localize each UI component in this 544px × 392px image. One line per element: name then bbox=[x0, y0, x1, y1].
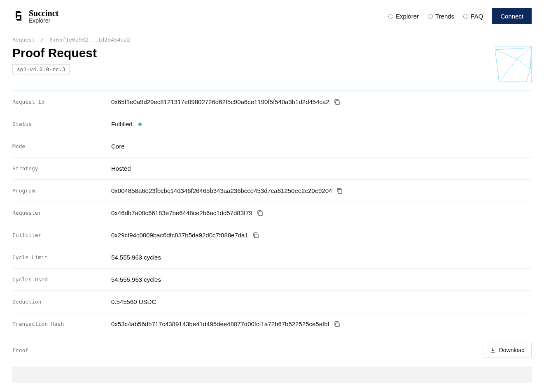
label-deduction: Deduction bbox=[12, 299, 111, 305]
label-tx-hash: Transaction Hash bbox=[12, 321, 111, 327]
label-strategy: Strategy bbox=[12, 165, 111, 172]
copy-icon[interactable] bbox=[336, 188, 343, 194]
svg-rect-9 bbox=[336, 323, 339, 327]
value-cycles-used: 54,555,963 cycles bbox=[111, 276, 161, 283]
download-label: Download bbox=[499, 347, 525, 353]
nav-trends[interactable]: Trends bbox=[428, 13, 454, 20]
svg-rect-7 bbox=[259, 212, 262, 216]
nav-label: Explorer bbox=[396, 13, 419, 20]
radio-icon bbox=[388, 14, 393, 19]
label-requester: Requester bbox=[12, 210, 111, 216]
row-request-id: Request Id 0x65f1e0a9d29ec8121317e098027… bbox=[12, 91, 532, 113]
row-cycles-used: Cycles Used 54,555,963 cycles bbox=[12, 269, 532, 291]
radio-icon bbox=[428, 14, 433, 19]
label-cycle-limit: Cycle Limit bbox=[12, 254, 111, 260]
logo-icon bbox=[12, 10, 25, 22]
breadcrumb: Request / 0x65f1e0a9d2...1d2d454ca2 bbox=[12, 37, 532, 43]
download-icon bbox=[490, 347, 496, 353]
value-deduction: 0.545560 USDC bbox=[111, 298, 156, 305]
row-fulfiller: Fulfiller 0x29cf94c0809bac6dfc837b5da92d… bbox=[12, 224, 532, 246]
breadcrumb-root[interactable]: Request bbox=[12, 37, 35, 43]
nav-label: Trends bbox=[435, 13, 454, 20]
page-title: Proof Request bbox=[12, 46, 97, 60]
download-button[interactable]: Download bbox=[483, 343, 532, 357]
value-tx-hash: 0x53c4ab56db717c4389143be41d495dee48077d… bbox=[111, 320, 329, 327]
nav-explorer[interactable]: Explorer bbox=[388, 13, 419, 20]
status-dot-icon bbox=[138, 123, 142, 126]
logo[interactable]: Succinct Explorer bbox=[12, 9, 58, 24]
nav-faq[interactable]: FAQ bbox=[463, 13, 483, 20]
version-tag: sp1-v4.0.0-rc.3 bbox=[12, 64, 70, 74]
breadcrumb-sep: / bbox=[41, 37, 44, 43]
svg-rect-5 bbox=[336, 101, 339, 104]
row-tx-hash: Transaction Hash 0x53c4ab56db717c4389143… bbox=[12, 313, 532, 335]
nav-label: FAQ bbox=[471, 13, 483, 20]
value-strategy: Hosted bbox=[111, 165, 131, 172]
label-proof: Proof bbox=[12, 347, 111, 353]
row-proof: Proof Download bbox=[12, 335, 532, 365]
nav: Explorer Trends FAQ Connect bbox=[388, 8, 532, 24]
connect-button[interactable]: Connect bbox=[492, 8, 532, 24]
value-requester: 0x46db7a00c66183e7be6448ce2b6ac1dd57d83f… bbox=[111, 209, 252, 216]
brand-name: Succinct bbox=[29, 9, 58, 18]
brand-sub: Explorer bbox=[29, 18, 58, 24]
row-requester: Requester 0x46db7a00c66183e7be6448ce2b6a… bbox=[12, 202, 532, 224]
label-program: Program bbox=[12, 188, 111, 194]
value-request-id: 0x65f1e0a9d29ec8121317e09802726d62f5c90a… bbox=[111, 98, 329, 105]
copy-icon[interactable] bbox=[334, 321, 340, 327]
label-cycles-used: Cycles Used bbox=[12, 276, 111, 283]
copy-icon[interactable] bbox=[257, 210, 263, 216]
radio-icon bbox=[463, 14, 468, 19]
label-request-id: Request Id bbox=[12, 99, 111, 105]
copy-icon[interactable] bbox=[252, 232, 259, 239]
value-status: Fulfilled bbox=[111, 121, 133, 128]
value-program: 0x004858a6e23fbcbc14d346f26465b343aa236b… bbox=[111, 187, 332, 194]
row-strategy: Strategy Hosted bbox=[12, 158, 532, 180]
row-deduction: Deduction 0.545560 USDC bbox=[12, 291, 532, 313]
copy-icon[interactable] bbox=[334, 99, 340, 105]
header: Succinct Explorer Explorer Trends FAQ Co… bbox=[12, 8, 532, 24]
value-mode: Core bbox=[111, 143, 125, 150]
value-cycle-limit: 54,555,963 cycles bbox=[111, 254, 161, 261]
svg-rect-8 bbox=[254, 234, 258, 238]
proof-content-block bbox=[12, 366, 532, 383]
row-status: Status Fulfilled bbox=[12, 113, 532, 135]
value-fulfiller: 0x29cf94c0809bac6dfc837b5da92d0c7f088e7d… bbox=[111, 232, 248, 239]
row-mode: Mode Core bbox=[12, 135, 532, 158]
row-cycle-limit: Cycle Limit 54,555,963 cycles bbox=[12, 246, 532, 269]
row-program: Program 0x004858a6e23fbcbc14d346f26465b3… bbox=[12, 180, 532, 202]
label-mode: Mode bbox=[12, 143, 111, 149]
label-status: Status bbox=[12, 121, 111, 127]
label-fulfiller: Fulfiller bbox=[12, 232, 111, 238]
breadcrumb-id: 0x65f1e0a9d2...1d2d454ca2 bbox=[49, 37, 130, 43]
cube-art bbox=[494, 46, 532, 83]
svg-rect-6 bbox=[338, 190, 342, 193]
